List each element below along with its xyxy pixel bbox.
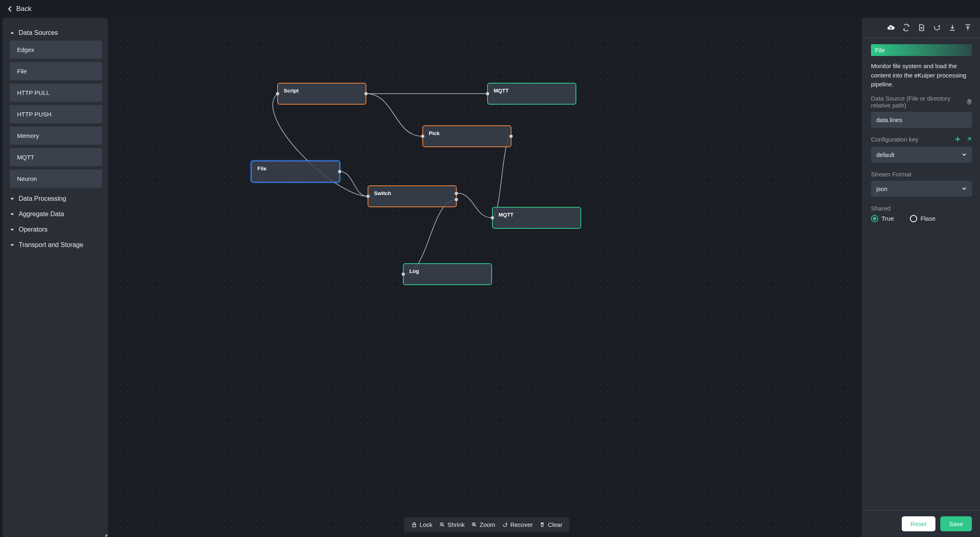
node-switch[interactable]: Switch <box>368 185 457 207</box>
port[interactable] <box>455 192 458 195</box>
shared-true-radio[interactable]: True <box>871 215 894 222</box>
chevron-down-icon <box>962 186 967 191</box>
resize-handle[interactable] <box>105 535 108 537</box>
configkey-label: Configuration key <box>871 136 918 143</box>
shared-false-radio[interactable]: Flase <box>910 215 935 222</box>
node-label: MQTT <box>499 212 514 218</box>
zoom-button[interactable]: Zoom <box>471 521 495 528</box>
triangle-up-icon <box>10 31 15 35</box>
streamformat-label: Stream Format <box>871 171 972 178</box>
node-mqtt1[interactable]: MQTT <box>487 83 576 105</box>
recover-icon <box>502 522 508 528</box>
refresh-icon[interactable] <box>933 24 941 32</box>
sidebar-group-transport-and-storage[interactable]: Transport and Storage <box>8 237 102 253</box>
port[interactable] <box>455 198 458 201</box>
triangle-down-icon <box>10 212 15 216</box>
back-label: Back <box>16 5 32 13</box>
source-item-mqtt[interactable]: MQTT <box>10 148 102 166</box>
port[interactable] <box>491 216 494 219</box>
node-label: Log <box>409 268 419 274</box>
add-icon[interactable] <box>955 136 961 142</box>
port[interactable] <box>366 195 370 198</box>
node-label: Script <box>284 88 299 94</box>
sidebar-group-aggregate-data[interactable]: Aggregate Data <box>8 206 102 222</box>
clear-button[interactable]: Clear <box>539 521 563 528</box>
flow-canvas[interactable]: LockShrinkZoomRecoverClear ScriptFileMQT… <box>111 18 862 537</box>
save-button[interactable]: Save <box>940 516 972 531</box>
lock-button[interactable]: Lock <box>411 521 432 528</box>
edge <box>492 136 511 218</box>
node-script[interactable]: Script <box>277 83 366 105</box>
port[interactable] <box>421 135 424 138</box>
node-log[interactable]: Log <box>403 263 492 285</box>
panel-top-actions <box>863 18 980 38</box>
shared-label: Shared <box>871 205 972 212</box>
node-label: File <box>257 165 266 172</box>
node-file[interactable]: File <box>251 161 340 183</box>
upload-icon[interactable] <box>964 24 972 32</box>
triangle-down-icon <box>10 243 15 247</box>
sidebar-group-operators[interactable]: Operators <box>8 222 102 237</box>
port[interactable] <box>276 92 279 95</box>
node-mqtt2[interactable]: MQTT <box>492 207 581 229</box>
datasource-input[interactable] <box>871 112 972 128</box>
clear-icon <box>539 522 546 528</box>
node-label: Switch <box>374 190 391 196</box>
node-label: Pick <box>429 130 440 136</box>
lock-icon <box>411 522 417 528</box>
port[interactable] <box>402 273 405 276</box>
node-pick[interactable]: Pick <box>422 125 511 147</box>
node-description: Monitor file system and load the content… <box>871 62 972 89</box>
source-item-http-push[interactable]: HTTP PUSH <box>10 105 102 123</box>
chevron-down-icon <box>962 152 967 157</box>
new-file-icon[interactable] <box>918 24 926 32</box>
edge <box>340 172 368 196</box>
datasource-label: Data Source (File or directory relative … <box>871 95 972 109</box>
canvas-toolbar: LockShrinkZoomRecoverClear <box>404 517 569 532</box>
port[interactable] <box>509 135 513 138</box>
triangle-down-icon <box>10 228 15 232</box>
shrink-icon <box>439 522 445 528</box>
source-item-file[interactable]: File <box>10 62 102 80</box>
sidebar: Data SourcesEdgexFileHTTP PULLHTTP PUSHM… <box>2 18 108 537</box>
port[interactable] <box>338 170 341 173</box>
properties-panel: File Monitor file system and load the co… <box>862 18 980 537</box>
node-type-tag: File <box>871 44 972 56</box>
source-item-edgex[interactable]: Edgex <box>10 41 102 59</box>
edge <box>366 94 422 136</box>
reset-button[interactable]: Reset <box>902 516 935 531</box>
external-link-icon[interactable] <box>966 136 972 142</box>
shrink-button[interactable]: Shrink <box>439 521 465 528</box>
sidebar-group-data-processing[interactable]: Data Processing <box>8 191 102 206</box>
configkey-select[interactable]: default <box>871 147 972 163</box>
triangle-down-icon <box>10 197 15 201</box>
help-icon[interactable]: ? <box>967 99 972 105</box>
sidebar-group-data-sources[interactable]: Data Sources <box>8 25 102 41</box>
chevron-left-icon <box>7 6 13 12</box>
streamformat-select[interactable]: json <box>871 181 972 197</box>
edge <box>457 193 492 218</box>
sync-icon[interactable] <box>902 24 910 32</box>
download-icon[interactable] <box>948 24 956 32</box>
port[interactable] <box>364 92 368 95</box>
cloud-upload-icon[interactable] <box>887 24 895 32</box>
back-button[interactable]: Back <box>0 0 980 18</box>
port[interactable] <box>486 92 489 95</box>
source-item-neuron[interactable]: Neuron <box>10 170 102 188</box>
source-item-memory[interactable]: Memory <box>10 127 102 145</box>
source-item-http-pull[interactable]: HTTP PULL <box>10 84 102 102</box>
node-label: MQTT <box>494 88 509 94</box>
recover-button[interactable]: Recover <box>502 521 533 528</box>
zoom-icon <box>471 522 477 528</box>
